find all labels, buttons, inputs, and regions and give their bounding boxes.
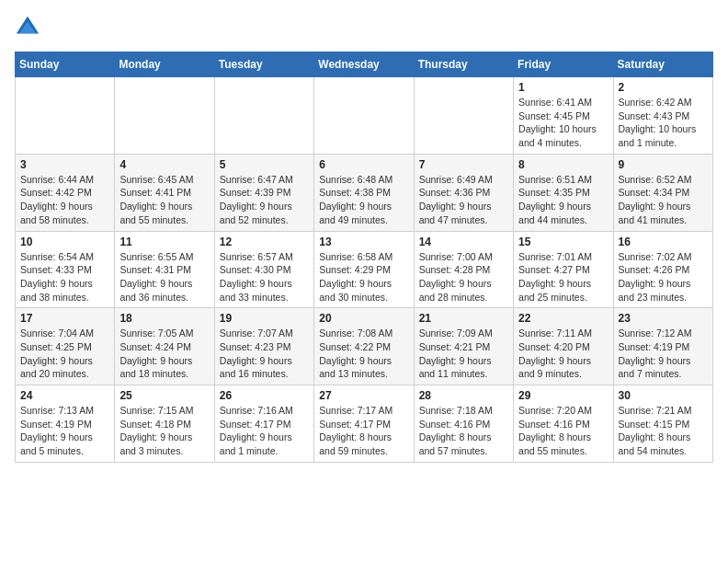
- calendar-cell: [16, 77, 115, 155]
- day-number: 26: [220, 389, 309, 402]
- calendar-cell: 24Sunrise: 7:13 AM Sunset: 4:19 PM Dayli…: [16, 385, 115, 463]
- day-info: Sunrise: 6:57 AM Sunset: 4:30 PM Dayligh…: [220, 250, 309, 304]
- day-number: 3: [20, 158, 109, 171]
- calendar-cell: 25Sunrise: 7:15 AM Sunset: 4:18 PM Dayli…: [115, 385, 214, 463]
- day-info: Sunrise: 6:48 AM Sunset: 4:38 PM Dayligh…: [319, 173, 408, 227]
- day-number: 11: [119, 236, 209, 248]
- calendar-cell: 26Sunrise: 7:16 AM Sunset: 4:17 PM Dayli…: [214, 385, 313, 463]
- day-number: 10: [20, 236, 109, 248]
- day-number: 30: [619, 389, 708, 402]
- day-info: Sunrise: 6:41 AM Sunset: 4:45 PM Dayligh…: [518, 96, 608, 150]
- day-info: Sunrise: 6:51 AM Sunset: 4:35 PM Dayligh…: [518, 173, 608, 227]
- day-info: Sunrise: 7:02 AM Sunset: 4:26 PM Dayligh…: [619, 250, 708, 304]
- weekday-header: Thursday: [414, 52, 513, 77]
- day-info: Sunrise: 7:21 AM Sunset: 4:15 PM Dayligh…: [619, 404, 708, 458]
- day-info: Sunrise: 7:16 AM Sunset: 4:17 PM Dayligh…: [220, 404, 309, 458]
- day-number: 18: [119, 312, 209, 325]
- calendar-cell: 23Sunrise: 7:12 AM Sunset: 4:19 PM Dayli…: [613, 308, 712, 385]
- day-number: 23: [619, 312, 708, 325]
- weekday-header: Sunday: [16, 52, 115, 77]
- day-info: Sunrise: 7:13 AM Sunset: 4:19 PM Dayligh…: [20, 404, 109, 458]
- calendar-cell: 13Sunrise: 6:58 AM Sunset: 4:29 PM Dayli…: [314, 231, 414, 308]
- day-number: 25: [119, 389, 209, 402]
- weekday-header: Monday: [115, 52, 214, 77]
- day-number: 29: [518, 389, 608, 402]
- weekday-header: Saturday: [613, 52, 712, 77]
- weekday-header: Tuesday: [214, 52, 313, 77]
- calendar-cell: 2Sunrise: 6:42 AM Sunset: 4:43 PM Daylig…: [613, 77, 712, 155]
- page-header: [15, 15, 713, 40]
- calendar-week-row: 1Sunrise: 6:41 AM Sunset: 4:45 PM Daylig…: [16, 77, 713, 155]
- day-info: Sunrise: 7:15 AM Sunset: 4:18 PM Dayligh…: [119, 404, 209, 458]
- calendar-cell: 17Sunrise: 7:04 AM Sunset: 4:25 PM Dayli…: [16, 308, 115, 385]
- calendar-cell: 27Sunrise: 7:17 AM Sunset: 4:17 PM Dayli…: [314, 385, 414, 463]
- calendar-table: SundayMondayTuesdayWednesdayThursdayFrid…: [15, 52, 713, 463]
- logo-icon: [15, 15, 40, 40]
- day-number: 20: [319, 312, 408, 325]
- calendar-cell: 18Sunrise: 7:05 AM Sunset: 4:24 PM Dayli…: [115, 308, 214, 385]
- day-number: 1: [518, 81, 608, 94]
- day-info: Sunrise: 7:01 AM Sunset: 4:27 PM Dayligh…: [518, 250, 608, 304]
- day-number: 27: [319, 389, 408, 402]
- day-number: 9: [619, 158, 708, 171]
- calendar-week-row: 24Sunrise: 7:13 AM Sunset: 4:19 PM Dayli…: [16, 385, 713, 463]
- day-info: Sunrise: 7:00 AM Sunset: 4:28 PM Dayligh…: [419, 250, 508, 304]
- calendar-cell: 7Sunrise: 6:49 AM Sunset: 4:36 PM Daylig…: [414, 154, 513, 231]
- day-info: Sunrise: 7:07 AM Sunset: 4:23 PM Dayligh…: [220, 327, 309, 381]
- day-info: Sunrise: 6:44 AM Sunset: 4:42 PM Dayligh…: [20, 173, 109, 227]
- logo: [15, 15, 44, 40]
- day-number: 6: [319, 158, 408, 171]
- calendar-cell: 22Sunrise: 7:11 AM Sunset: 4:20 PM Dayli…: [514, 308, 613, 385]
- calendar-cell: 14Sunrise: 7:00 AM Sunset: 4:28 PM Dayli…: [414, 231, 513, 308]
- calendar-cell: [314, 77, 414, 155]
- calendar-cell: 12Sunrise: 6:57 AM Sunset: 4:30 PM Dayli…: [214, 231, 313, 308]
- day-number: 2: [619, 81, 708, 94]
- calendar-cell: [414, 77, 513, 155]
- day-number: 21: [419, 312, 508, 325]
- calendar-cell: 11Sunrise: 6:55 AM Sunset: 4:31 PM Dayli…: [115, 231, 214, 308]
- day-number: 16: [619, 236, 708, 248]
- calendar-cell: 29Sunrise: 7:20 AM Sunset: 4:16 PM Dayli…: [514, 385, 613, 463]
- day-info: Sunrise: 6:47 AM Sunset: 4:39 PM Dayligh…: [220, 173, 309, 227]
- day-number: 17: [20, 312, 109, 325]
- calendar-week-row: 10Sunrise: 6:54 AM Sunset: 4:33 PM Dayli…: [16, 231, 713, 308]
- day-info: Sunrise: 6:42 AM Sunset: 4:43 PM Dayligh…: [619, 96, 708, 150]
- day-number: 28: [419, 389, 508, 402]
- day-number: 12: [220, 236, 309, 248]
- calendar-cell: 3Sunrise: 6:44 AM Sunset: 4:42 PM Daylig…: [16, 154, 115, 231]
- calendar-week-row: 3Sunrise: 6:44 AM Sunset: 4:42 PM Daylig…: [16, 154, 713, 231]
- weekday-header: Friday: [514, 52, 613, 77]
- day-number: 8: [518, 158, 608, 171]
- day-info: Sunrise: 7:09 AM Sunset: 4:21 PM Dayligh…: [419, 327, 508, 381]
- day-number: 13: [319, 236, 408, 248]
- calendar-cell: 28Sunrise: 7:18 AM Sunset: 4:16 PM Dayli…: [414, 385, 513, 463]
- day-info: Sunrise: 7:17 AM Sunset: 4:17 PM Dayligh…: [319, 404, 408, 458]
- calendar-cell: 16Sunrise: 7:02 AM Sunset: 4:26 PM Dayli…: [613, 231, 712, 308]
- calendar-cell: 5Sunrise: 6:47 AM Sunset: 4:39 PM Daylig…: [214, 154, 313, 231]
- day-info: Sunrise: 6:49 AM Sunset: 4:36 PM Dayligh…: [419, 173, 508, 227]
- day-number: 14: [419, 236, 508, 248]
- calendar-cell: 21Sunrise: 7:09 AM Sunset: 4:21 PM Dayli…: [414, 308, 513, 385]
- calendar-cell: 30Sunrise: 7:21 AM Sunset: 4:15 PM Dayli…: [613, 385, 712, 463]
- calendar-cell: 1Sunrise: 6:41 AM Sunset: 4:45 PM Daylig…: [514, 77, 613, 155]
- day-info: Sunrise: 7:08 AM Sunset: 4:22 PM Dayligh…: [319, 327, 408, 381]
- day-info: Sunrise: 7:18 AM Sunset: 4:16 PM Dayligh…: [419, 404, 508, 458]
- day-number: 24: [20, 389, 109, 402]
- day-info: Sunrise: 7:05 AM Sunset: 4:24 PM Dayligh…: [119, 327, 209, 381]
- day-info: Sunrise: 7:04 AM Sunset: 4:25 PM Dayligh…: [20, 327, 109, 381]
- calendar-cell: 20Sunrise: 7:08 AM Sunset: 4:22 PM Dayli…: [314, 308, 414, 385]
- day-number: 19: [220, 312, 309, 325]
- day-info: Sunrise: 7:12 AM Sunset: 4:19 PM Dayligh…: [619, 327, 708, 381]
- calendar-cell: 8Sunrise: 6:51 AM Sunset: 4:35 PM Daylig…: [514, 154, 613, 231]
- calendar-cell: 15Sunrise: 7:01 AM Sunset: 4:27 PM Dayli…: [514, 231, 613, 308]
- calendar-cell: 4Sunrise: 6:45 AM Sunset: 4:41 PM Daylig…: [115, 154, 214, 231]
- calendar-header-row: SundayMondayTuesdayWednesdayThursdayFrid…: [16, 52, 713, 77]
- calendar-cell: [214, 77, 313, 155]
- calendar-cell: 6Sunrise: 6:48 AM Sunset: 4:38 PM Daylig…: [314, 154, 414, 231]
- calendar-cell: 10Sunrise: 6:54 AM Sunset: 4:33 PM Dayli…: [16, 231, 115, 308]
- day-info: Sunrise: 6:55 AM Sunset: 4:31 PM Dayligh…: [119, 250, 209, 304]
- day-info: Sunrise: 6:45 AM Sunset: 4:41 PM Dayligh…: [119, 173, 209, 227]
- day-info: Sunrise: 6:52 AM Sunset: 4:34 PM Dayligh…: [619, 173, 708, 227]
- day-number: 7: [419, 158, 508, 171]
- day-info: Sunrise: 6:58 AM Sunset: 4:29 PM Dayligh…: [319, 250, 408, 304]
